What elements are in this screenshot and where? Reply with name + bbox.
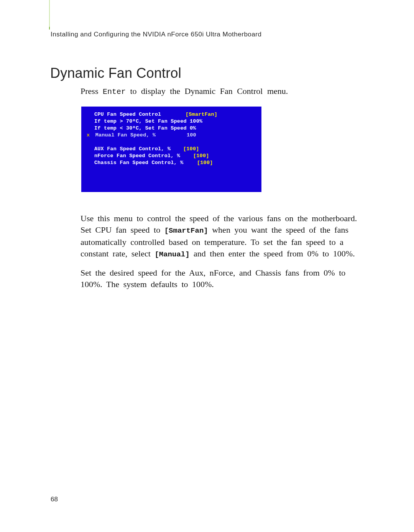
- bios-cpu-value: [SmartFan]: [186, 111, 217, 118]
- bios-menu: CPU Fan Speed Control [SmartFan] If temp…: [81, 107, 261, 192]
- bios-row-nforce: nForce Fan Speed Control, % [100]: [85, 153, 258, 159]
- page-number: 68: [51, 496, 58, 503]
- bios-cpu-label: CPU Fan Speed Control: [94, 111, 186, 118]
- paragraph-1: Use this menu to control the speed of th…: [80, 213, 364, 260]
- bios-nforce-label: nForce Fan Speed Control, %: [94, 153, 193, 159]
- bios-row-chassis: Chassis Fan Speed Control, % [100]: [85, 159, 258, 166]
- bios-chassis-value: [100]: [197, 159, 213, 166]
- bios-aux-value: [100]: [183, 146, 199, 153]
- bios-rule-high: If temp > 70ºC, Set Fan Speed 100%: [85, 118, 258, 125]
- margin-tick: [49, 27, 50, 30]
- paragraph-2: Set the desired speed for the Aux, nForc…: [80, 267, 364, 290]
- document-page: Installing and Configuring the NVIDIA nF…: [0, 0, 414, 532]
- bios-nforce-value: [100]: [193, 153, 209, 159]
- bios-row-aux: AUX Fan Speed Control, % [100]: [85, 146, 258, 153]
- bios-row-manual: x Manual Fan Speed, % 100: [85, 132, 258, 139]
- body-text: Use this menu to control the speed of th…: [80, 213, 364, 297]
- running-head: Installing and Configuring the NVIDIA nF…: [51, 31, 261, 38]
- bios-manual-value: 100: [187, 132, 196, 138]
- p1-smartfan: [SmartFan]: [164, 227, 208, 235]
- intro-pre: Press: [80, 86, 103, 96]
- section-heading: Dynamic Fan Control: [50, 65, 181, 81]
- bios-rule-low: If temp < 30ºC, Set Fan Speed 0%: [85, 125, 258, 132]
- bios-chassis-label: Chassis Fan Speed Control, %: [94, 159, 197, 166]
- bios-aux-label: AUX Fan Speed Control, %: [94, 146, 183, 153]
- intro-post: to display the Dynamic Fan Control menu.: [130, 86, 288, 96]
- bios-x-marker: x: [87, 132, 90, 138]
- bios-row-cpu: CPU Fan Speed Control [SmartFan]: [85, 111, 258, 118]
- margin-rule: [49, 0, 50, 27]
- bios-gap: [85, 139, 258, 146]
- intro-line: Press Enter to display the Dynamic Fan C…: [80, 86, 326, 96]
- intro-key: Enter: [103, 87, 126, 96]
- bios-manual-label: Manual Fan Speed, %: [93, 132, 184, 139]
- p1-manual: [Manual]: [154, 250, 189, 259]
- p1-c: and then enter the speed from 0% to 100%…: [194, 249, 355, 258]
